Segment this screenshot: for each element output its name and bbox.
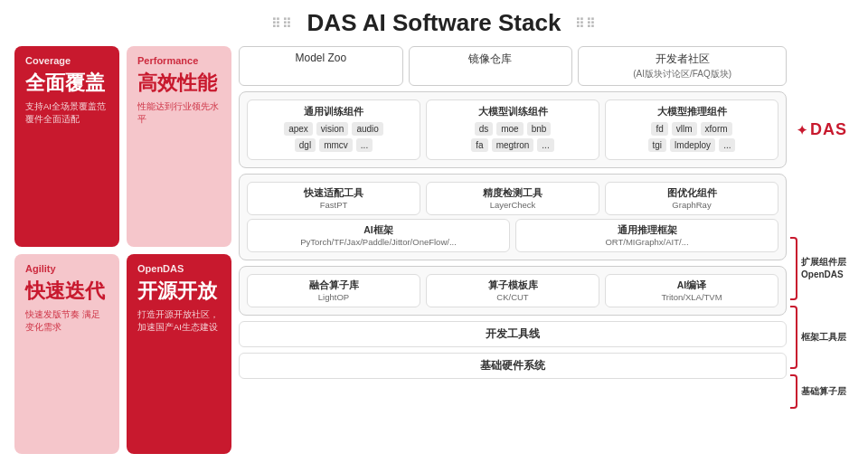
large-train-col: 大模型训练组件 ds moe bnb fa megtron ...	[426, 99, 599, 160]
fastpt-box: 快速适配工具 FastPT	[247, 182, 420, 215]
large-infer-col: 大模型推理组件 fd vllm xform tgi lmdeploy ...	[605, 99, 778, 160]
layercheck-box: 精度检测工具 LayerCheck	[426, 182, 599, 215]
model-zoo-box: Model Zoo	[239, 46, 403, 86]
left-bottom-row: Agility 快速迭代 快速发版节奏 满足变化需求 OpenDAS 开源开放 …	[14, 254, 231, 455]
tag-mmcv: mmcv	[319, 138, 353, 152]
base-brace	[790, 374, 797, 409]
lightop-box: 融合算子库 LightOP	[247, 274, 420, 307]
expand-label: 扩展组件层OpenDAS	[801, 256, 846, 281]
coverage-card: Coverage 全面覆盖 支持AI全场景覆盖范 覆件全面适配	[14, 46, 119, 247]
performance-card: Performance 高效性能 性能达到行业领先水平	[127, 46, 231, 247]
base-annotation: 基础算子层	[790, 374, 846, 409]
das-brand-area: ✦ DAS	[790, 120, 854, 146]
opendas-desc: 打造开源开放社区， 加速国产AI生态建设	[137, 308, 221, 335]
graphray-box: 图优化组件 GraphRay	[605, 182, 778, 215]
expand-cols: 通用训练组件 apex vision audio dgl mmcv ...	[247, 99, 778, 160]
tag-fd: fd	[651, 122, 667, 136]
opendas-label: OpenDAS	[137, 263, 221, 274]
framework-section: 快速适配工具 FastPT 精度检测工具 LayerCheck 图优化组件 Gr…	[239, 174, 787, 260]
expand-annotation: 扩展组件层OpenDAS	[790, 237, 846, 300]
ai-framework-box: AI框架 PyTorch/TF/Jax/Paddle/Jittor/OneFlo…	[247, 219, 510, 252]
coverage-desc: 支持AI全场景覆盖范 覆件全面适配	[25, 100, 108, 127]
das-brand-text: ✦ DAS	[797, 120, 847, 139]
tag-dgl: dgl	[295, 138, 316, 152]
tag-ds: ds	[475, 122, 494, 136]
tag-vision: vision	[316, 122, 349, 136]
framework-brace	[790, 306, 797, 369]
dev-toolchain-bar: 开发工具线	[239, 321, 787, 347]
large-infer-title: 大模型推理组件	[610, 105, 773, 118]
coverage-title: 全面覆盖	[25, 70, 108, 97]
general-train-row1: apex vision audio	[252, 122, 415, 136]
das-star-icon: ✦	[797, 123, 808, 137]
performance-label: Performance	[137, 55, 221, 66]
mirror-repo-box: 镜像仓库	[409, 46, 573, 86]
framework-annotation: 框架工具层	[790, 306, 846, 369]
general-train-row2: dgl mmcv ...	[252, 138, 415, 152]
left-top-row: Coverage 全面覆盖 支持AI全场景覆盖范 覆件全面适配 Performa…	[14, 46, 231, 247]
agility-card: Agility 快速迭代 快速发版节奏 满足变化需求	[14, 254, 119, 455]
tag-ellipsis3: ...	[719, 138, 735, 152]
large-train-row2: fa megtron ...	[431, 138, 594, 152]
outer-wrapper: Model Zoo 镜像仓库 开发者社区 (AI版块讨论区/FAQ版块) 通用训…	[239, 46, 854, 454]
ckcut-box: 算子模板库 CK/CUT	[426, 274, 599, 307]
performance-desc: 性能达到行业领先水平	[137, 100, 221, 127]
tag-bnb: bnb	[527, 122, 552, 136]
hardware-system-bar: 基础硬件系统	[239, 353, 787, 379]
grid-dots-left: ⠿⠿	[271, 16, 293, 31]
tag-fa: fa	[471, 138, 487, 152]
left-panel: Coverage 全面覆盖 支持AI全场景覆盖范 覆件全面适配 Performa…	[14, 46, 231, 454]
opendas-card: OpenDAS 开源开放 打造开源开放社区， 加速国产AI生态建设	[127, 254, 231, 455]
coverage-label: Coverage	[25, 55, 108, 66]
large-train-row1: ds moe bnb	[431, 122, 594, 136]
performance-title: 高效性能	[137, 70, 221, 97]
expand-section: 通用训练组件 apex vision audio dgl mmcv ...	[239, 91, 787, 168]
tag-ellipsis2: ...	[537, 138, 553, 152]
agility-title: 快速迭代	[25, 278, 108, 305]
opendas-title: 开源开放	[137, 278, 221, 305]
tag-megtron: megtron	[492, 138, 534, 152]
framework-label: 框架工具层	[801, 331, 846, 344]
annotations-list: 扩展组件层OpenDAS 框架工具层 基础算子层	[790, 237, 854, 409]
large-train-title: 大模型训练组件	[431, 105, 594, 118]
infer-framework-box: 通用推理框架 ORT/MIGraphx/AIT/...	[515, 219, 778, 252]
base-label: 基础算子层	[801, 385, 846, 398]
dev-community-box: 开发者社区 (AI版块讨论区/FAQ版块)	[578, 46, 787, 86]
large-infer-row1: fd vllm xform	[610, 122, 773, 136]
right-annotations: ✦ DAS 扩展组件层OpenDAS 框架工具层 基础算子层	[790, 46, 854, 454]
tag-vllm: vllm	[672, 122, 697, 136]
top-row: Model Zoo 镜像仓库 开发者社区 (AI版块讨论区/FAQ版块)	[239, 46, 787, 86]
tag-ellipsis1: ...	[356, 138, 373, 152]
tag-xform: xform	[701, 122, 732, 136]
grid-dots-right: ⠿⠿	[575, 16, 597, 31]
main-layout: Coverage 全面覆盖 支持AI全场景覆盖范 覆件全面适配 Performa…	[14, 46, 854, 454]
tag-audio: audio	[352, 122, 382, 136]
tag-apex: apex	[284, 122, 313, 136]
right-wrapper: Model Zoo 镜像仓库 开发者社区 (AI版块讨论区/FAQ版块) 通用训…	[239, 46, 787, 454]
agility-label: Agility	[25, 263, 108, 274]
general-train-col: 通用训练组件 apex vision audio dgl mmcv ...	[247, 99, 420, 160]
page-title: ⠿⠿ DAS AI Software Stack ⠿⠿	[14, 9, 854, 37]
agility-desc: 快速发版节奏 满足变化需求	[25, 308, 108, 335]
expand-brace	[790, 237, 797, 300]
ai-compile-box: AI编译 Triton/XLA/TVM	[605, 274, 778, 307]
tag-moe: moe	[496, 122, 523, 136]
base-boxes: 融合算子库 LightOP 算子模板库 CK/CUT AI编译 Triton/X…	[247, 274, 778, 307]
large-infer-row2: tgi lmdeploy ...	[610, 138, 773, 152]
fw-tools-row: 快速适配工具 FastPT 精度检测工具 LayerCheck 图优化组件 Gr…	[247, 182, 778, 215]
tag-lmdeploy: lmdeploy	[670, 138, 715, 152]
tag-tgi: tgi	[648, 138, 667, 152]
general-train-title: 通用训练组件	[252, 105, 415, 118]
fw-frameworks-row: AI框架 PyTorch/TF/Jax/Paddle/Jittor/OneFlo…	[247, 219, 778, 252]
base-section: 融合算子库 LightOP 算子模板库 CK/CUT AI编译 Triton/X…	[239, 266, 787, 316]
